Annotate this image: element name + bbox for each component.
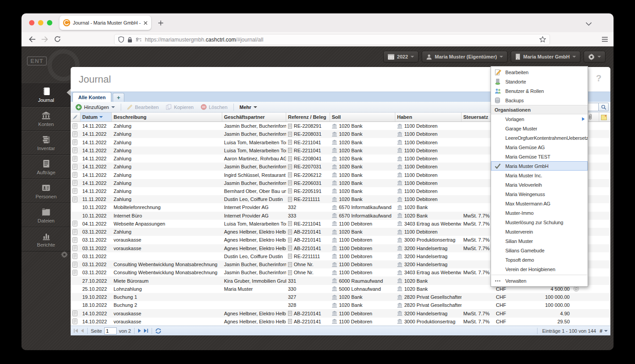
reference-document-icon [288, 254, 292, 259]
partner-cell: Kira Gruber, Immobilien Gruber [222, 276, 286, 285]
menu-item-benutzer-rollen[interactable]: Benutzer & Rollen [491, 86, 588, 96]
new-tab-button[interactable] [156, 18, 165, 28]
menu-item-label: LeereOrgfuerKontentrahmenUebersetzung [505, 135, 588, 141]
url-bar[interactable]: https://mariamustergmbh.cashctrl.com/#jo… [114, 34, 550, 45]
column-header-note[interactable] [599, 113, 610, 121]
column-header-geschaeftspartner[interactable]: Geschäftspartner [222, 113, 286, 121]
fiscal-year-label: 2022 [397, 54, 408, 59]
bookmark-star-icon[interactable] [539, 36, 546, 43]
date-cell: 14.10.2022 [80, 309, 112, 317]
menu-item-musterverein[interactable]: Musterverein [491, 227, 588, 236]
next-page-icon[interactable] [138, 329, 141, 333]
column-header-steuersatz[interactable]: Steuersatz [461, 113, 494, 121]
column-header-referenz-beleg[interactable]: Referenz / Beleg [286, 113, 330, 121]
credit-account-cell: 1100 Debitoren [395, 163, 461, 171]
sidebar-item-konten[interactable]: Konten [21, 107, 71, 131]
settings-button[interactable] [584, 51, 605, 63]
menu-item-maria-gem-se-test[interactable]: Maria Gemüse TEST [491, 152, 588, 161]
credit-account-cell: 3403 Ertrag aus Webentw... [395, 220, 461, 228]
menu-item-max-mustermann-ag[interactable]: Max Mustermann AG [491, 199, 588, 208]
user-button[interactable]: Maria Muster (Eigentümer) [422, 51, 508, 63]
table-row[interactable]: 18.10.2022Buchung 23281020 Bank2820 Priv… [71, 301, 610, 309]
window-minimize-button[interactable] [38, 20, 43, 25]
sidebar-item-personen[interactable]: Personen [21, 179, 71, 203]
fiscal-year-button[interactable]: 2022 [383, 51, 419, 63]
menu-item-musterl-sung-zur-schulung[interactable]: Musterlösung zur Schulung [491, 218, 588, 227]
organization-label: Maria Muster GmbH [523, 54, 570, 59]
help-icon[interactable]: ? [596, 73, 601, 84]
menu-item-bearbeiten[interactable]: Bearbeiten [491, 67, 588, 77]
sidebar-gear-icon[interactable] [61, 251, 68, 260]
reload-icon[interactable] [51, 34, 64, 45]
menu-item-standorte[interactable]: Standorte [491, 77, 588, 86]
menu-item-maria-gem-se-ag[interactable]: Maria Gemüse AG [491, 142, 588, 152]
menu-item-maria-muster-inc[interactable]: Maria Muster Inc. [491, 171, 588, 180]
menu-item-silian-muster[interactable]: Silian Muster [491, 236, 588, 246]
lock-icon[interactable] [127, 37, 132, 43]
entry-flag-column-header[interactable] [71, 113, 80, 121]
search-icon[interactable] [599, 103, 609, 111]
sidebar-item-dateien[interactable]: Dateien [21, 203, 71, 227]
tracking-shield-icon[interactable] [118, 36, 124, 43]
reference-document-icon [288, 132, 292, 137]
tab-alle-konten[interactable]: Alle Konten [72, 92, 111, 102]
refresh-icon[interactable] [155, 328, 161, 334]
column-header-beschreibung[interactable]: Beschreibung [112, 113, 222, 121]
page-count-label: von 2 [119, 328, 131, 334]
journal-entry-document-icon [72, 164, 77, 170]
organization-button[interactable]: Maria Muster GmbH [511, 51, 580, 63]
partner-cell: Jasmin Bucher, Bucherinform... [222, 260, 286, 268]
debit-account-cell: 1100 Debitoren [330, 236, 395, 244]
checkmark-icon [495, 163, 501, 169]
more-button[interactable]: Mehr [237, 104, 260, 111]
menu-item-backups[interactable]: Backups [491, 96, 588, 105]
folder-icon [41, 207, 51, 217]
menu-item-garage-muster[interactable]: Garage Muster [491, 124, 588, 133]
add-view-tab-button[interactable]: + [113, 93, 124, 102]
menu-item-vorlagen[interactable]: Vorlagen [491, 114, 588, 124]
menu-item-silians-gamebude[interactable]: Silians Gamebude [491, 246, 588, 255]
menu-item-label: Verein der Honigbienen [505, 267, 555, 272]
sidebar-item-journal[interactable]: Journal [21, 83, 71, 107]
table-row[interactable]: 14.10.2022vorauskasseAgnes Helbner, Elek… [71, 318, 610, 326]
journal-entry-document-icon [72, 131, 77, 137]
window-zoom-button[interactable] [47, 20, 52, 25]
menu-item-muster-immo[interactable]: Muster-Immo [491, 208, 588, 218]
browser-tab[interactable]: Journal - Maria Muster GmbH - [59, 16, 151, 30]
sidebar-item-inventar[interactable]: Inventar [21, 131, 71, 155]
table-row[interactable]: 14.10.2022vorauskasseAgnes Helbner, Elek… [71, 309, 610, 317]
date-cell: 03.11.2022 [80, 252, 112, 260]
menu-item-maria-weingenuss[interactable]: Maria Weingenuss [491, 189, 588, 199]
column-header-datum[interactable]: Datum [80, 113, 112, 121]
sidebar-item-berichte[interactable]: Berichte [21, 227, 71, 251]
bank-account-icon [332, 188, 337, 193]
window-close-button[interactable] [29, 20, 34, 25]
row-number-toggle[interactable]: # [600, 328, 608, 334]
permissions-icon[interactable] [135, 37, 142, 42]
chevron-down-icon [597, 56, 601, 58]
menu-item-maria-muster-gmbh[interactable]: Maria Muster GmbH [491, 161, 588, 171]
menu-hamburger-icon[interactable] [601, 36, 608, 44]
last-page-icon[interactable] [144, 329, 148, 333]
sidebar-item-auftr-ge[interactable]: Aufträge [21, 155, 71, 179]
date-cell: 14.11.2022 [80, 146, 112, 155]
tab-overflow-chevron-icon[interactable] [585, 20, 592, 28]
column-header-soll[interactable]: Soll [330, 113, 395, 121]
tab-close-icon[interactable] [144, 21, 148, 25]
menu-item-leereorgfuerkontentrahmenuebersetzung[interactable]: LeereOrgfuerKontentrahmenUebersetzung [491, 133, 588, 142]
back-icon[interactable] [26, 34, 38, 45]
orders-icon [42, 159, 51, 168]
description-cell: Lohnzahlung [112, 285, 222, 293]
menu-item-topsoft-demo[interactable]: Topsoft demo [491, 255, 588, 264]
debit-account-cell: 6570 Informatikaufwand [330, 203, 395, 211]
bank-icon [41, 111, 51, 120]
menu-item-verein-der-honigbienen[interactable]: Verein der Honigbienen [491, 264, 588, 274]
page-number-input[interactable] [104, 327, 117, 335]
tax-cell [461, 171, 494, 179]
menu-item-verwalten[interactable]: Verwalten [491, 276, 588, 285]
column-header-haben[interactable]: Haben [395, 113, 461, 121]
table-row[interactable]: 19.10.2022Buchung 13271020 Bank2820 Priv… [71, 293, 610, 301]
menu-item-maria-veloverleih[interactable]: Maria Veloverleih [491, 180, 588, 189]
add-button[interactable]: Hinzufügen [72, 103, 118, 111]
forward-icon[interactable] [38, 34, 51, 45]
